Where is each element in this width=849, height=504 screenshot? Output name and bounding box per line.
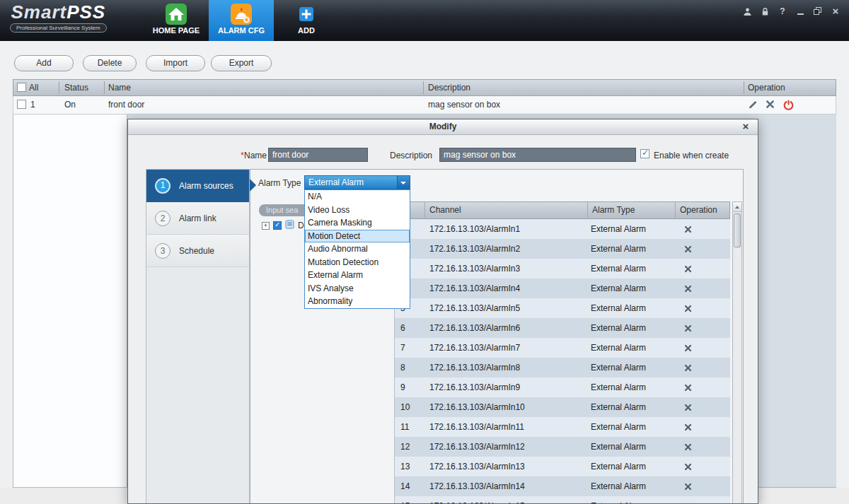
alarm-type-option[interactable]: IVS Analyse bbox=[305, 282, 410, 295]
lock-icon[interactable] bbox=[760, 6, 770, 16]
user-icon[interactable] bbox=[742, 6, 752, 16]
channel-alarm-type: External Alarm bbox=[588, 501, 676, 504]
step-number: 1 bbox=[155, 178, 171, 194]
channel-row[interactable]: 13172.16.13.103/AlarmIn13External Alarm bbox=[395, 457, 730, 476]
remove-channel-icon[interactable] bbox=[684, 344, 692, 352]
step-number: 2 bbox=[155, 211, 171, 226]
channel-row[interactable]: 5172.16.13.103/AlarmIn5External Alarm bbox=[395, 298, 730, 318]
channel-alarm-type: External Alarm bbox=[588, 323, 676, 333]
channel-row[interactable]: 8172.16.13.103/AlarmIn8External Alarm bbox=[395, 358, 730, 377]
channel-row[interactable]: 4172.16.13.103/AlarmIn4External Alarm bbox=[395, 279, 730, 298]
tree-expander-icon[interactable]: + bbox=[262, 222, 270, 230]
chevron-down-icon[interactable] bbox=[397, 176, 410, 189]
row-name: front door bbox=[108, 96, 144, 114]
tree-node-checkbox[interactable] bbox=[273, 221, 282, 230]
edit-icon[interactable] bbox=[748, 100, 759, 111]
remove-channel-icon[interactable] bbox=[684, 305, 692, 312]
select-all-checkbox[interactable] bbox=[17, 83, 26, 92]
channel-operation-cell bbox=[676, 285, 730, 293]
channel-name: 172.16.13.103/AlarmIn2 bbox=[425, 244, 588, 254]
channel-name: 172.16.13.103/AlarmIn11 bbox=[425, 422, 588, 432]
channel-operation-cell bbox=[676, 265, 730, 273]
device-tree-node[interactable]: + D bbox=[262, 221, 304, 230]
channel-row[interactable]: 12172.16.13.103/AlarmIn12External Alarm bbox=[395, 437, 730, 457]
step-label: Alarm sources bbox=[179, 181, 233, 191]
remove-channel-icon[interactable] bbox=[684, 423, 692, 431]
app-logo-text: SmartPSS bbox=[10, 2, 107, 22]
step-alarm-link[interactable]: 2 Alarm link bbox=[146, 202, 249, 235]
tab-add[interactable]: ADD bbox=[274, 0, 339, 41]
channel-alarm-type: External Alarm bbox=[588, 283, 676, 293]
export-button[interactable]: Export bbox=[211, 55, 272, 71]
channel-name: 172.16.13.103/AlarmIn14 bbox=[425, 481, 588, 491]
description-input[interactable] bbox=[439, 148, 636, 162]
channel-table: Channel Alarm Type Operation 1172.16.13.… bbox=[394, 201, 730, 504]
alarm-table-row[interactable]: 1 On front door mag sensor on box bbox=[13, 96, 836, 115]
minimize-icon[interactable] bbox=[795, 6, 805, 16]
channel-operation-cell bbox=[676, 324, 730, 332]
step-schedule[interactable]: 3 Schedule bbox=[146, 235, 249, 267]
remove-channel-icon[interactable] bbox=[684, 265, 692, 273]
channel-row[interactable]: 15172.16.13.103/AlarmIn15External Alarm bbox=[395, 496, 730, 504]
dialog-close-icon[interactable]: × bbox=[739, 119, 752, 135]
remove-channel-icon[interactable] bbox=[684, 324, 692, 332]
enable-when-create-checkbox[interactable] bbox=[640, 149, 649, 158]
name-label-text: Name bbox=[244, 151, 267, 160]
channel-row-number: 13 bbox=[395, 462, 425, 471]
scrollbar-thumb[interactable] bbox=[734, 213, 741, 247]
channel-row[interactable]: 3172.16.13.103/AlarmIn3External Alarm bbox=[395, 259, 730, 279]
channel-row[interactable]: 11172.16.13.103/AlarmIn11External Alarm bbox=[395, 417, 730, 437]
remove-channel-icon[interactable] bbox=[684, 285, 692, 293]
channel-row[interactable]: 6172.16.13.103/AlarmIn6External Alarm bbox=[395, 318, 730, 338]
remove-channel-icon[interactable] bbox=[684, 443, 692, 451]
channel-row[interactable]: 9172.16.13.103/AlarmIn9External Alarm bbox=[395, 377, 730, 397]
channel-row-number: 12 bbox=[395, 442, 425, 452]
alarm-type-option[interactable]: External Alarm bbox=[305, 269, 410, 282]
delete-button[interactable]: Delete bbox=[83, 55, 137, 71]
logo-part1: Smart bbox=[11, 1, 67, 23]
restore-icon[interactable] bbox=[813, 6, 823, 16]
dialog-titlebar[interactable]: Modify bbox=[128, 119, 758, 135]
step-label: Schedule bbox=[179, 246, 214, 256]
channel-name: 172.16.13.103/AlarmIn9 bbox=[425, 382, 588, 392]
delete-icon[interactable] bbox=[766, 100, 777, 111]
channel-row[interactable]: 10172.16.13.103/AlarmIn10External Alarm bbox=[395, 397, 730, 417]
row-checkbox[interactable] bbox=[17, 100, 26, 109]
name-input[interactable] bbox=[268, 148, 368, 162]
channel-row[interactable]: 1172.16.13.103/AlarmIn1External Alarm bbox=[395, 219, 730, 239]
power-toggle-icon[interactable] bbox=[783, 100, 795, 111]
channel-row[interactable]: 14172.16.13.103/AlarmIn14External Alarm bbox=[395, 476, 730, 496]
tab-alarm-cfg[interactable]: ALARM CFG bbox=[209, 0, 274, 41]
channel-name: 172.16.13.103/AlarmIn6 bbox=[425, 323, 588, 333]
channel-table-body: 1172.16.13.103/AlarmIn1External Alarm217… bbox=[395, 219, 730, 504]
remove-channel-icon[interactable] bbox=[684, 364, 692, 372]
remove-channel-icon[interactable] bbox=[684, 245, 692, 253]
step-alarm-sources[interactable]: 1 Alarm sources bbox=[146, 170, 249, 202]
remove-channel-icon[interactable] bbox=[684, 483, 692, 491]
alarm-type-option[interactable]: Video Loss bbox=[305, 204, 410, 217]
help-icon[interactable]: ? bbox=[778, 6, 787, 16]
channel-row[interactable]: 2172.16.13.103/AlarmIn2External Alarm bbox=[395, 239, 730, 259]
scrollbar-up-arrow[interactable] bbox=[733, 202, 741, 212]
alarm-type-option[interactable]: N/A bbox=[305, 190, 410, 204]
tree-node-label: D bbox=[298, 221, 304, 230]
remove-channel-icon[interactable] bbox=[684, 384, 692, 392]
channel-row[interactable]: 7172.16.13.103/AlarmIn7External Alarm bbox=[395, 338, 730, 358]
add-button[interactable]: Add bbox=[14, 55, 74, 71]
alarm-type-dropdown[interactable]: External Alarm bbox=[304, 175, 410, 189]
remove-channel-icon[interactable] bbox=[684, 225, 692, 233]
alarm-type-option[interactable]: Audio Abnormal bbox=[305, 242, 410, 256]
alarm-type-option[interactable]: Camera Masking bbox=[305, 216, 410, 230]
channel-name: 172.16.13.103/AlarmIn4 bbox=[425, 283, 588, 293]
tab-home-page[interactable]: HOME PAGE bbox=[144, 0, 209, 41]
channel-col-operation: Operation bbox=[676, 202, 730, 218]
remove-channel-icon[interactable] bbox=[684, 463, 692, 471]
scrollbar-track[interactable] bbox=[732, 201, 742, 504]
channel-alarm-type: External Alarm bbox=[588, 343, 676, 353]
import-button[interactable]: Import bbox=[146, 55, 205, 71]
alarm-type-option[interactable]: Mutation Detection bbox=[305, 256, 410, 269]
alarm-type-option[interactable]: Motion Detect bbox=[305, 230, 410, 243]
remove-channel-icon[interactable] bbox=[684, 404, 692, 411]
alarm-type-option[interactable]: Abnormality bbox=[305, 295, 410, 308]
close-icon[interactable]: × bbox=[831, 6, 841, 16]
